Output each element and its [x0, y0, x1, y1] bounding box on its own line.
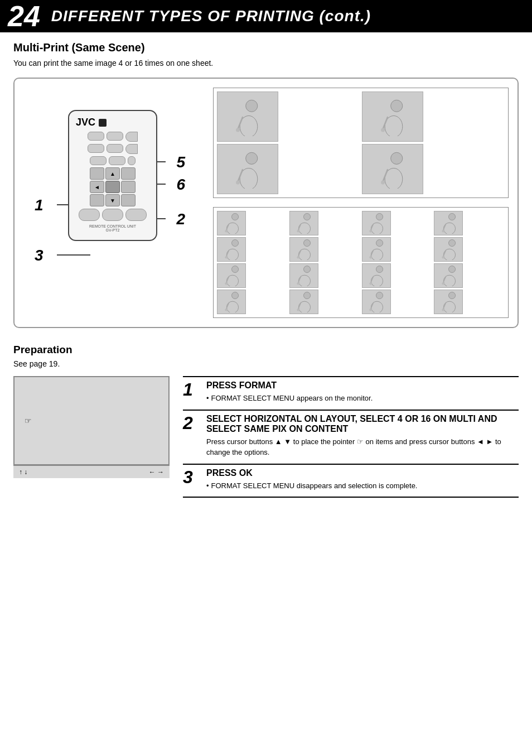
photo-cell-sm-1	[217, 211, 246, 235]
remote-label: REMOTE CONTROL UNITGV-PT2	[74, 224, 152, 232]
person-icon-2	[369, 97, 417, 136]
photo-cell-sm-14	[289, 290, 318, 314]
person-icon-1	[224, 97, 272, 136]
monitor-pointer: ☞	[25, 416, 32, 425]
step-1-number: 1	[183, 377, 204, 410]
photo-cell-sm-10	[289, 263, 318, 288]
svg-point-56	[225, 282, 228, 285]
remote-bottom-buttons	[74, 209, 152, 221]
svg-point-60	[297, 282, 300, 285]
photo-grids	[213, 88, 509, 318]
svg-point-84	[442, 309, 444, 311]
svg-point-77	[376, 292, 383, 299]
remote-bottom-btn-3	[125, 209, 147, 221]
svg-point-49	[448, 240, 455, 247]
intro-text: You can print the same image 4 or 16 tim…	[13, 59, 519, 68]
monitor-bottom-bar: ↑ ↓ ← →	[13, 465, 170, 478]
photo-cell-4	[362, 144, 423, 194]
remote-btn-r3-2	[109, 156, 125, 165]
svg-point-65	[448, 266, 455, 273]
lower-content: ☞ ↑ ↓ ← → 1 PRESS FORMAT FORMAT SELECT M…	[13, 376, 519, 498]
svg-point-33	[448, 214, 455, 220]
photo-cell-sm-8	[434, 237, 463, 262]
remote-nav-cluster: ▲ ◄ ▼	[74, 167, 152, 206]
page-title: DIFFERENT TYPES OF PRINTING (cont.)	[46, 0, 532, 32]
monitor-box: ☞ ↑ ↓ ← →	[13, 376, 170, 478]
remote-row-2	[74, 144, 152, 154]
step-1-content: PRESS FORMAT FORMAT SELECT MENU appears …	[204, 377, 373, 410]
photo-cell-sm-15	[362, 290, 391, 314]
remote-btn-r2-3	[125, 144, 138, 154]
svg-point-29	[376, 214, 383, 220]
step-2-body: Press cursor buttons ▲ ▼ to place the po…	[206, 436, 519, 458]
photo-cell-sm-2	[289, 211, 318, 235]
photo-grid-2x2-box	[213, 88, 509, 198]
step-3-number: 3	[183, 465, 204, 497]
svg-point-48	[369, 256, 372, 259]
svg-point-69	[231, 292, 238, 299]
step-1: 1 PRESS FORMAT FORMAT SELECT MENU appear…	[183, 376, 519, 410]
svg-point-57	[304, 266, 311, 273]
step-2-number: 2	[183, 411, 204, 464]
step-3-heading: PRESS OK	[206, 468, 418, 478]
svg-point-44	[297, 256, 300, 259]
remote-btn-r2-2	[107, 144, 123, 153]
remote-btn-r2-1	[88, 144, 104, 153]
remote-nav-right	[121, 181, 136, 193]
step-1-heading: PRESS FORMAT	[206, 381, 373, 391]
step-2: 2 SELECT HORIZONTAL ON LAYOUT, SELECT 4 …	[183, 410, 519, 464]
monitor-nav-ud: ↑ ↓	[19, 468, 27, 476]
svg-point-61	[376, 266, 383, 273]
svg-point-45	[376, 240, 383, 247]
callout-3: 3	[35, 247, 43, 264]
svg-point-73	[304, 292, 311, 299]
svg-point-36	[442, 230, 444, 233]
preparation-section: Preparation See page 19. ☞ ↑ ↓ ← → 1	[13, 344, 519, 498]
remote-btn-r3-1	[90, 156, 107, 165]
svg-point-81	[448, 292, 455, 299]
svg-point-76	[297, 309, 300, 311]
svg-point-28	[297, 230, 300, 233]
svg-point-17	[390, 152, 402, 164]
photo-cell-sm-4	[434, 211, 463, 235]
photo-cell-sm-11	[362, 263, 391, 288]
photo-cell-sm-16	[434, 290, 463, 314]
photo-cell-sm-3	[362, 211, 391, 235]
remote-nav-up: ▲	[105, 167, 120, 180]
remote-nav-upleft	[90, 167, 104, 180]
remote-nav-downleft	[90, 194, 104, 206]
svg-point-52	[442, 256, 444, 259]
callout-5: 5	[176, 153, 185, 171]
photo-cell-sm-6	[289, 237, 318, 262]
remote-container: 1 3 5 6 2	[23, 88, 202, 288]
callout-6: 6	[176, 176, 185, 194]
photo-cell-sm-12	[434, 263, 463, 288]
page-number: 24	[0, 0, 46, 32]
photo-cell-1	[217, 92, 278, 142]
preparation-see-page: See page 19.	[13, 359, 519, 368]
step-2-heading: SELECT HORIZONTAL ON LAYOUT, SELECT 4 OR…	[206, 414, 519, 434]
svg-point-16	[236, 180, 240, 184]
photo-grid-2x2	[217, 92, 505, 194]
svg-point-68	[442, 282, 444, 285]
step-1-bullet-1: FORMAT SELECT MENU appears on the monito…	[206, 393, 373, 404]
brand-dot	[99, 119, 107, 127]
step-3-content: PRESS OK FORMAT SELECT MENU disappears a…	[204, 465, 418, 497]
remote-nav-center	[105, 181, 120, 193]
photo-cell-sm-7	[362, 237, 391, 262]
svg-point-41	[304, 240, 311, 247]
svg-point-53	[231, 266, 238, 273]
svg-point-37	[231, 240, 238, 247]
svg-point-13	[245, 152, 257, 164]
callout-1: 1	[35, 196, 43, 214]
svg-point-20	[381, 180, 385, 184]
remote-nav-down: ▼	[105, 194, 120, 206]
remote-control: JVC	[68, 110, 157, 241]
remote-btn-r1-1	[88, 132, 104, 141]
monitor-nav-lr: ← →	[149, 468, 164, 476]
remote-nav-left: ◄	[90, 181, 104, 193]
remote-row-3	[74, 156, 152, 165]
monitor-screen: ☞	[13, 376, 170, 465]
step-2-content: SELECT HORIZONTAL ON LAYOUT, SELECT 4 OR…	[204, 411, 519, 464]
photo-grid-4x4-box	[213, 207, 509, 318]
